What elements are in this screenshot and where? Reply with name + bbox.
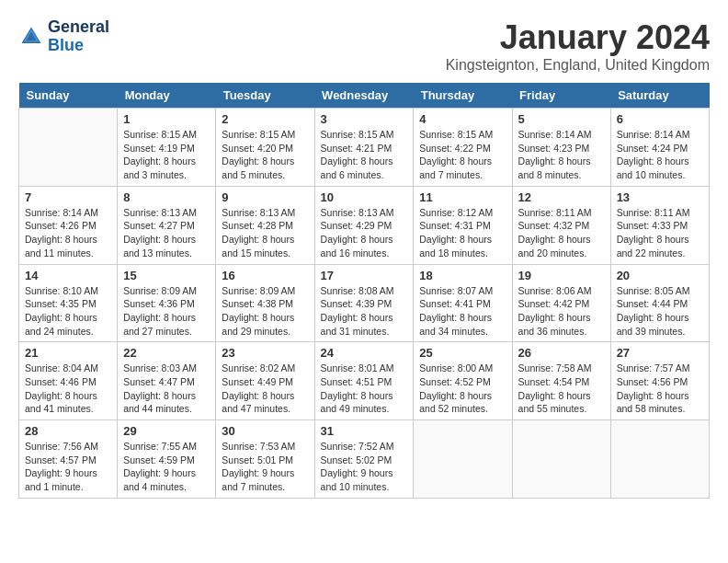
cell-content: Sunrise: 8:00 AM Sunset: 4:52 PM Dayligh… (419, 362, 506, 416)
date-number: 19 (518, 269, 605, 282)
header-row: SundayMondayTuesdayWednesdayThursdayFrid… (19, 83, 710, 109)
week-row-4: 21Sunrise: 8:04 AM Sunset: 4:46 PM Dayli… (19, 342, 710, 420)
cell-content: Sunrise: 7:56 AM Sunset: 4:57 PM Dayligh… (25, 440, 111, 494)
date-number: 27 (617, 346, 703, 360)
calendar-cell: 13Sunrise: 8:11 AM Sunset: 4:33 PM Dayli… (610, 186, 709, 264)
cell-content: Sunrise: 8:08 AM Sunset: 4:39 PM Dayligh… (321, 284, 408, 339)
date-number: 24 (321, 346, 408, 360)
calendar-cell: 9Sunrise: 8:13 AM Sunset: 4:28 PM Daylig… (216, 186, 314, 264)
calendar-cell: 28Sunrise: 7:56 AM Sunset: 4:57 PM Dayli… (19, 420, 118, 499)
date-number: 11 (419, 190, 506, 204)
date-number: 6 (617, 112, 703, 126)
cell-content: Sunrise: 8:15 AM Sunset: 4:19 PM Dayligh… (123, 128, 210, 182)
calendar-table: SundayMondayTuesdayWednesdayThursdayFrid… (18, 83, 710, 499)
calendar-cell: 2Sunrise: 8:15 AM Sunset: 4:20 PM Daylig… (216, 109, 314, 187)
calendar-cell: 25Sunrise: 8:00 AM Sunset: 4:52 PM Dayli… (414, 342, 512, 420)
date-number: 12 (518, 190, 605, 204)
calendar-cell: 19Sunrise: 8:06 AM Sunset: 4:42 PM Dayli… (512, 264, 610, 342)
calendar-cell (512, 420, 610, 499)
day-header-tuesday: Tuesday (216, 83, 314, 109)
logo-text: General Blue (48, 18, 109, 55)
cell-content: Sunrise: 7:55 AM Sunset: 4:59 PM Dayligh… (123, 440, 210, 494)
logo-icon (18, 24, 44, 50)
day-header-thursday: Thursday (414, 83, 512, 109)
cell-content: Sunrise: 8:14 AM Sunset: 4:26 PM Dayligh… (25, 206, 111, 260)
date-number: 18 (419, 269, 506, 282)
title-area: January 2024 Kingsteignton, England, Uni… (446, 18, 710, 74)
calendar-cell: 7Sunrise: 8:14 AM Sunset: 4:26 PM Daylig… (19, 186, 118, 264)
cell-content: Sunrise: 8:05 AM Sunset: 4:44 PM Dayligh… (617, 284, 703, 339)
week-row-1: 1Sunrise: 8:15 AM Sunset: 4:19 PM Daylig… (19, 109, 710, 187)
cell-content: Sunrise: 8:15 AM Sunset: 4:21 PM Dayligh… (321, 128, 408, 182)
calendar-cell: 31Sunrise: 7:52 AM Sunset: 5:02 PM Dayli… (314, 420, 414, 499)
date-number: 15 (123, 269, 210, 282)
cell-content: Sunrise: 8:01 AM Sunset: 4:51 PM Dayligh… (321, 362, 408, 416)
calendar-cell: 16Sunrise: 8:09 AM Sunset: 4:38 PM Dayli… (216, 264, 314, 342)
date-number: 26 (518, 346, 605, 360)
cell-content: Sunrise: 8:11 AM Sunset: 4:33 PM Dayligh… (617, 206, 703, 260)
week-row-3: 14Sunrise: 8:10 AM Sunset: 4:35 PM Dayli… (19, 264, 710, 342)
day-header-sunday: Sunday (19, 83, 118, 109)
calendar-cell: 8Sunrise: 8:13 AM Sunset: 4:27 PM Daylig… (118, 186, 216, 264)
cell-content: Sunrise: 7:57 AM Sunset: 4:56 PM Dayligh… (617, 362, 703, 416)
month-title: January 2024 (446, 18, 710, 57)
cell-content: Sunrise: 8:11 AM Sunset: 4:32 PM Dayligh… (518, 206, 605, 260)
cell-content: Sunrise: 8:02 AM Sunset: 4:49 PM Dayligh… (222, 362, 308, 416)
date-number: 9 (222, 190, 308, 204)
cell-content: Sunrise: 8:13 AM Sunset: 4:28 PM Dayligh… (222, 206, 308, 260)
cell-content: Sunrise: 8:13 AM Sunset: 4:29 PM Dayligh… (321, 206, 408, 260)
date-number: 14 (25, 269, 111, 282)
cell-content: Sunrise: 8:14 AM Sunset: 4:23 PM Dayligh… (518, 128, 605, 182)
week-row-2: 7Sunrise: 8:14 AM Sunset: 4:26 PM Daylig… (19, 186, 710, 264)
calendar-cell: 12Sunrise: 8:11 AM Sunset: 4:32 PM Dayli… (512, 186, 610, 264)
cell-content: Sunrise: 8:10 AM Sunset: 4:35 PM Dayligh… (25, 284, 111, 339)
calendar-cell: 18Sunrise: 8:07 AM Sunset: 4:41 PM Dayli… (414, 264, 512, 342)
cell-content: Sunrise: 8:07 AM Sunset: 4:41 PM Dayligh… (419, 284, 506, 339)
date-number: 22 (123, 346, 210, 360)
calendar-cell: 26Sunrise: 7:58 AM Sunset: 4:54 PM Dayli… (512, 342, 610, 420)
calendar-cell: 17Sunrise: 8:08 AM Sunset: 4:39 PM Dayli… (314, 264, 414, 342)
date-number: 8 (123, 190, 210, 204)
date-number: 31 (321, 424, 408, 438)
logo: General Blue (18, 18, 109, 55)
day-header-wednesday: Wednesday (314, 83, 414, 109)
cell-content: Sunrise: 7:52 AM Sunset: 5:02 PM Dayligh… (321, 440, 408, 494)
cell-content: Sunrise: 8:15 AM Sunset: 4:22 PM Dayligh… (419, 128, 506, 182)
date-number: 20 (617, 269, 703, 282)
calendar-cell: 23Sunrise: 8:02 AM Sunset: 4:49 PM Dayli… (216, 342, 314, 420)
date-number: 5 (518, 112, 605, 126)
cell-content: Sunrise: 8:15 AM Sunset: 4:20 PM Dayligh… (222, 128, 308, 182)
cell-content: Sunrise: 7:58 AM Sunset: 4:54 PM Dayligh… (518, 362, 605, 416)
date-number: 7 (25, 190, 111, 204)
cell-content: Sunrise: 8:04 AM Sunset: 4:46 PM Dayligh… (25, 362, 111, 416)
calendar-cell: 22Sunrise: 8:03 AM Sunset: 4:47 PM Dayli… (118, 342, 216, 420)
cell-content: Sunrise: 8:09 AM Sunset: 4:36 PM Dayligh… (123, 284, 210, 339)
date-number: 21 (25, 346, 111, 360)
cell-content: Sunrise: 8:12 AM Sunset: 4:31 PM Dayligh… (419, 206, 506, 260)
calendar-cell: 1Sunrise: 8:15 AM Sunset: 4:19 PM Daylig… (118, 109, 216, 187)
calendar-cell: 20Sunrise: 8:05 AM Sunset: 4:44 PM Dayli… (610, 264, 709, 342)
cell-content: Sunrise: 8:09 AM Sunset: 4:38 PM Dayligh… (222, 284, 308, 339)
cell-content: Sunrise: 8:06 AM Sunset: 4:42 PM Dayligh… (518, 284, 605, 339)
date-number: 16 (222, 269, 308, 282)
cell-content: Sunrise: 8:13 AM Sunset: 4:27 PM Dayligh… (123, 206, 210, 260)
calendar-cell: 11Sunrise: 8:12 AM Sunset: 4:31 PM Dayli… (414, 186, 512, 264)
date-number: 10 (321, 190, 408, 204)
calendar-cell: 21Sunrise: 8:04 AM Sunset: 4:46 PM Dayli… (19, 342, 118, 420)
cell-content: Sunrise: 8:14 AM Sunset: 4:24 PM Dayligh… (617, 128, 703, 182)
date-number: 4 (419, 112, 506, 126)
calendar-cell: 3Sunrise: 8:15 AM Sunset: 4:21 PM Daylig… (314, 109, 414, 187)
calendar-cell: 30Sunrise: 7:53 AM Sunset: 5:01 PM Dayli… (216, 420, 314, 499)
calendar-cell (610, 420, 709, 499)
calendar-cell: 10Sunrise: 8:13 AM Sunset: 4:29 PM Dayli… (314, 186, 414, 264)
week-row-5: 28Sunrise: 7:56 AM Sunset: 4:57 PM Dayli… (19, 420, 710, 499)
date-number: 1 (123, 112, 210, 126)
calendar-cell: 4Sunrise: 8:15 AM Sunset: 4:22 PM Daylig… (414, 109, 512, 187)
day-header-friday: Friday (512, 83, 610, 109)
calendar-cell: 14Sunrise: 8:10 AM Sunset: 4:35 PM Dayli… (19, 264, 118, 342)
date-number: 2 (222, 112, 308, 126)
date-number: 29 (123, 424, 210, 438)
calendar-cell (19, 109, 118, 187)
date-number: 17 (321, 269, 408, 282)
page-header: General Blue January 2024 Kingsteignton,… (18, 18, 710, 74)
